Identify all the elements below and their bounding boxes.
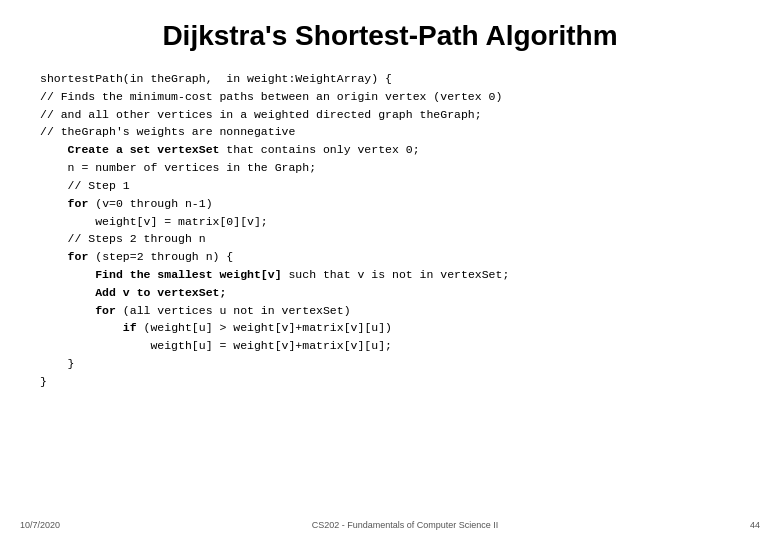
- footer-page: 44: [750, 520, 760, 530]
- footer-date: 10/7/2020: [20, 520, 60, 530]
- code-line-1: shortestPath(in theGraph, in weight:Weig…: [40, 72, 509, 388]
- footer: 10/7/2020 CS202 - Fundamentals of Comput…: [0, 520, 780, 530]
- code-block: shortestPath(in theGraph, in weight:Weig…: [40, 70, 740, 391]
- slide-title: Dijkstra's Shortest-Path Algorithm: [40, 20, 740, 52]
- footer-title: CS202 - Fundamentals of Computer Science…: [312, 520, 499, 530]
- slide-container: Dijkstra's Shortest-Path Algorithm short…: [0, 0, 780, 540]
